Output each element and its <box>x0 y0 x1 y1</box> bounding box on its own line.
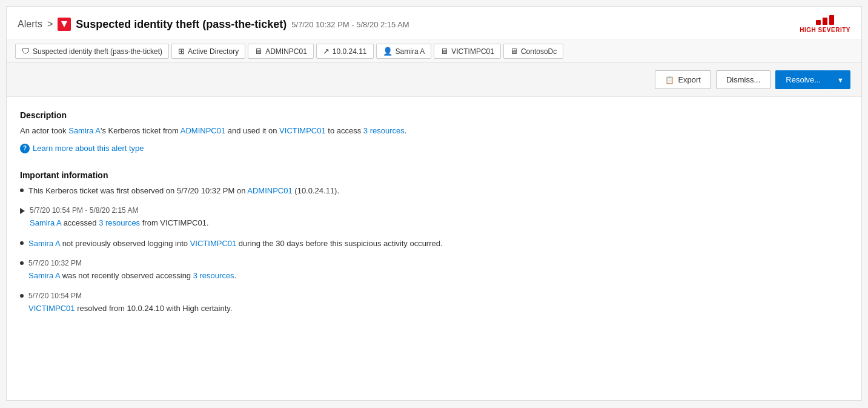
item5-time: 5/7/20 10:54 PM <box>28 290 232 301</box>
item1-text-before: This Kerberos ticket was first observed … <box>28 186 247 195</box>
desc-samira-link[interactable]: Samira A <box>68 126 101 135</box>
important-section: Important information This Kerberos tick… <box>20 170 848 315</box>
tab-victimpc-label: VICTIMPC01 <box>451 47 494 56</box>
alert-severity-icon <box>58 18 71 31</box>
desc-text-end: . <box>405 126 407 135</box>
breadcrumb-alerts: Alerts <box>18 19 42 30</box>
tab-ad-label: Active Directory <box>188 47 239 56</box>
severity-bars <box>816 15 834 25</box>
resolve-chevron-button[interactable]: ▼ <box>830 70 850 89</box>
desc-text-middle3: to access <box>326 126 363 135</box>
tab-adminpc-icon: 🖥 <box>254 47 262 56</box>
dismiss-label: Dismiss... <box>726 75 760 84</box>
tab-samira-label: Samira A <box>396 47 425 56</box>
tab-samira[interactable]: 👤 Samira A <box>376 44 432 59</box>
description-text: An actor took Samira A's Kerberos ticket… <box>20 125 848 138</box>
item3-link1[interactable]: Samira A <box>28 239 60 248</box>
tab-ip[interactable]: ↗ 10.0.24.11 <box>316 44 374 59</box>
item1-text-after: (10.0.24.11). <box>293 186 339 195</box>
item5-link1[interactable]: VICTIMPC01 <box>28 304 75 313</box>
list-item: 5/7/20 10:54 PM - 5/8/20 2:15 AM Samira … <box>20 205 848 229</box>
tab-alert[interactable]: 🛡 Suspected identity theft (pass-the-tic… <box>15 44 169 59</box>
export-button[interactable]: 📋 Export <box>655 70 711 89</box>
item1-link[interactable]: ADMINPC01 <box>247 186 292 195</box>
desc-resources-link[interactable]: 3 resources <box>363 126 405 135</box>
tab-contosodc[interactable]: 🖥 ContosoDc <box>503 44 563 59</box>
tab-alert-icon: 🛡 <box>22 47 30 56</box>
tab-bar: 🛡 Suspected identity theft (pass-the-tic… <box>7 40 861 63</box>
item2-time: 5/7/20 10:54 PM - 5/8/20 2:15 AM <box>30 205 209 216</box>
list-item: Samira A not previously observed logging… <box>20 238 848 250</box>
tab-victimpc[interactable]: 🖥 VICTIMPC01 <box>434 44 501 59</box>
item5-text: VICTIMPC01 resolved from 10.0.24.10 with… <box>28 303 232 315</box>
alert-title: Suspected identity theft (pass-the-ticke… <box>76 18 287 31</box>
alert-icon-inner <box>61 21 67 27</box>
tab-contosodc-icon: 🖥 <box>510 47 518 56</box>
bullet-dot-icon <box>20 189 24 192</box>
desc-text-before: An actor took <box>20 126 68 135</box>
desc-adminpc-link[interactable]: ADMINPC01 <box>181 126 225 135</box>
tab-active-directory[interactable]: ⊞ Active Directory <box>171 44 245 59</box>
list-item: 5/7/20 10:54 PM VICTIMPC01 resolved from… <box>20 290 848 315</box>
item1-text: This Kerberos ticket was first observed … <box>28 185 339 197</box>
tab-adminpc[interactable]: 🖥 ADMINPC01 <box>248 44 314 59</box>
item3-link2[interactable]: VICTIMPC01 <box>190 239 237 248</box>
list-item: This Kerberos ticket was first observed … <box>20 185 848 197</box>
tab-ip-icon: ↗ <box>323 47 330 56</box>
learn-more: ? Learn more about this alert type <box>20 144 848 153</box>
help-icon: ? <box>20 144 30 153</box>
important-title: Important information <box>20 170 848 180</box>
header: Alerts > Suspected identity theft (pass-… <box>7 7 861 40</box>
tab-contosodc-label: ContosoDc <box>521 47 557 56</box>
item2-sub: 5/7/20 10:54 PM - 5/8/20 2:15 AM Samira … <box>30 205 209 229</box>
tab-ip-label: 10.0.24.11 <box>333 47 367 56</box>
item4-text: Samira A was not recently observed acces… <box>28 270 236 282</box>
arrow-icon <box>20 208 25 214</box>
severity-bar-2 <box>823 18 827 25</box>
main-container: Alerts > Suspected identity theft (pass-… <box>6 6 862 401</box>
bullet-dot-icon <box>20 241 24 245</box>
dismiss-button[interactable]: Dismiss... <box>716 70 770 89</box>
tab-samira-icon: 👤 <box>383 47 393 56</box>
item4-sub: 5/7/20 10:32 PM Samira A was not recentl… <box>28 258 236 282</box>
alert-time: 5/7/20 10:32 PM - 5/8/20 2:15 AM <box>291 20 409 29</box>
bullet-list: This Kerberos ticket was first observed … <box>20 185 848 315</box>
tab-adminpc-label: ADMINPC01 <box>265 47 307 56</box>
item2-link2[interactable]: 3 resources <box>99 218 140 227</box>
export-label: Export <box>678 75 701 84</box>
description-section: Description An actor took Samira A's Ker… <box>20 110 848 153</box>
item4-link1[interactable]: Samira A <box>28 271 60 280</box>
severity-label: HIGH SEVERITY <box>800 27 850 33</box>
severity-badge: HIGH SEVERITY <box>800 15 850 33</box>
resolve-group: Resolve... ▼ <box>775 70 850 89</box>
resolve-button[interactable]: Resolve... <box>775 70 830 89</box>
bullet-dot-icon <box>20 294 24 298</box>
item2-link1[interactable]: Samira A <box>30 218 61 227</box>
list-item: 5/7/20 10:32 PM Samira A was not recentl… <box>20 258 848 282</box>
tab-victimpc-icon: 🖥 <box>440 47 448 56</box>
desc-victimpc-link[interactable]: VICTIMPC01 <box>279 126 326 135</box>
item4-link2[interactable]: 3 resources <box>193 271 234 280</box>
action-bar: 📋 Export Dismiss... Resolve... ▼ <box>7 63 861 97</box>
description-title: Description <box>20 110 848 120</box>
resolve-label: Resolve... <box>786 75 821 84</box>
severity-bar-1 <box>816 20 821 25</box>
bullet-dot-icon <box>20 261 24 265</box>
item3-text: Samira A not previously observed logging… <box>28 238 443 250</box>
item2-text: Samira A accessed 3 resources from VICTI… <box>30 217 209 229</box>
export-icon: 📋 <box>665 76 674 84</box>
item5-sub: 5/7/20 10:54 PM VICTIMPC01 resolved from… <box>28 290 232 315</box>
header-left: Alerts > Suspected identity theft (pass-… <box>18 18 409 31</box>
desc-text-middle2: and used it on <box>225 126 279 135</box>
learn-more-link[interactable]: Learn more about this alert type <box>33 144 144 153</box>
item4-time: 5/7/20 10:32 PM <box>28 258 236 269</box>
severity-bar-3 <box>829 15 834 25</box>
tab-alert-label: Suspected identity theft (pass-the-ticke… <box>33 47 162 56</box>
tab-ad-icon: ⊞ <box>178 47 185 56</box>
breadcrumb-sep: > <box>47 19 53 30</box>
desc-text-middle1: 's Kerberos ticket from <box>101 126 181 135</box>
content: Description An actor took Samira A's Ker… <box>7 97 861 341</box>
chevron-down-icon: ▼ <box>837 76 844 84</box>
